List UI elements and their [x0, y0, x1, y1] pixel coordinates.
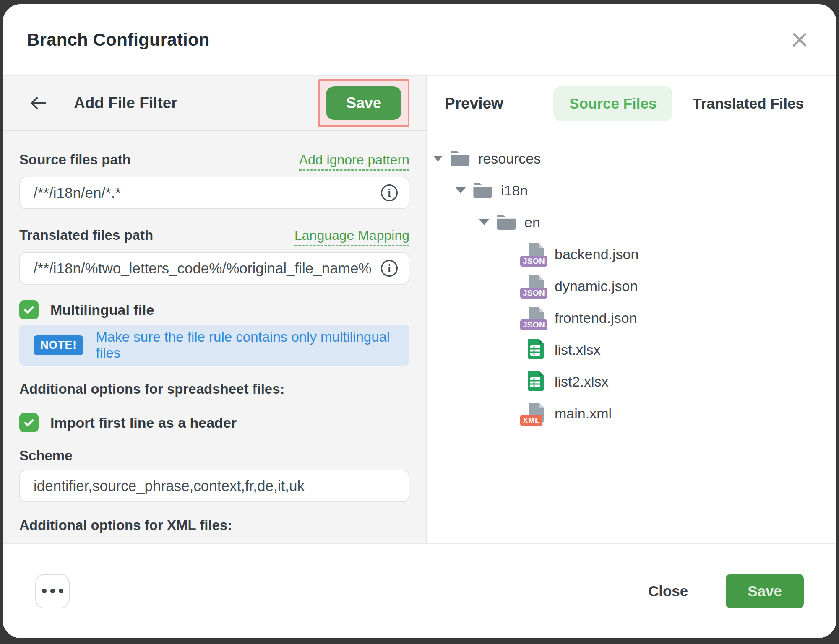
note-banner: NOTE! Make sure the file rule contains o…	[19, 325, 409, 366]
translated-path-label: Translated files path	[19, 227, 153, 243]
preview-header: Preview Source Files Translated Files	[427, 76, 836, 131]
translated-path-field: i	[19, 252, 409, 285]
info-icon[interactable]: i	[381, 260, 398, 277]
tree-file-list-xlsx[interactable]: list.xlsx	[427, 334, 836, 366]
save-button[interactable]: Save	[726, 574, 804, 608]
dialog-body: Add File Filter Save Source files path A…	[3, 76, 836, 543]
tab-translated-files[interactable]: Translated Files	[677, 86, 820, 121]
source-path-input[interactable]	[34, 184, 373, 201]
close-icon[interactable]	[787, 27, 812, 52]
json-file-icon: JSON	[524, 306, 545, 330]
tree-folder-en[interactable]: en	[427, 206, 836, 238]
scheme-label: Scheme	[19, 448, 409, 464]
source-path-label: Source files path	[19, 152, 131, 168]
tree-file-backend-json[interactable]: JSON backend.json	[427, 238, 836, 270]
preview-tabs: Source Files Translated Files	[553, 86, 820, 121]
translated-path-input[interactable]	[34, 260, 373, 277]
dialog-title: Branch Configuration	[27, 30, 210, 50]
scheme-input[interactable]	[34, 478, 398, 494]
close-button[interactable]: Close	[648, 583, 688, 600]
note-text: Make sure the file rule contains only mu…	[96, 329, 396, 361]
more-options-button[interactable]	[35, 574, 70, 608]
json-badge: JSON	[520, 319, 547, 330]
save-button-highlight: Save	[318, 79, 409, 127]
json-badge: JSON	[520, 288, 547, 299]
dialog-footer: Close Save	[3, 543, 836, 638]
tree-item-label: main.xml	[555, 405, 612, 422]
file-tree: resources i18n en	[427, 131, 836, 429]
tree-item-label: backend.json	[555, 246, 638, 262]
filter-subheader: Add File Filter Save	[3, 76, 426, 131]
json-file-icon: JSON	[524, 242, 545, 266]
json-file-icon: JSON	[524, 274, 545, 298]
folder-icon	[496, 213, 517, 231]
ellipsis-icon	[59, 589, 63, 593]
tree-item-label: en	[524, 214, 540, 231]
caret-down-icon[interactable]	[456, 187, 466, 193]
caret-down-icon[interactable]	[479, 219, 489, 225]
filter-form: Source files path Add ignore pattern i T…	[3, 131, 426, 543]
file-filter-panel: Add File Filter Save Source files path A…	[3, 76, 427, 543]
tree-file-main-xml[interactable]: XML main.xml	[427, 397, 836, 429]
note-badge: NOTE!	[34, 335, 83, 355]
import-first-line-checkbox[interactable]	[19, 413, 39, 432]
xlsx-file-icon	[524, 370, 545, 393]
tree-item-label: i18n	[501, 182, 528, 199]
scheme-field	[19, 470, 409, 502]
xml-options-heading: Additional options for XML files:	[19, 517, 409, 533]
json-badge: JSON	[520, 256, 547, 267]
source-path-field: i	[19, 177, 409, 209]
tree-item-label: list2.xlsx	[555, 374, 608, 390]
import-first-line-label: Import first line as a header	[50, 415, 237, 431]
tree-folder-resources[interactable]: resources	[427, 143, 836, 174]
spreadsheet-options-heading: Additional options for spreadsheet files…	[19, 381, 409, 397]
filter-heading: Add File Filter	[74, 94, 177, 112]
folder-icon	[472, 182, 493, 199]
add-ignore-pattern-link[interactable]: Add ignore pattern	[299, 152, 409, 171]
preview-panel: Preview Source Files Translated Files re…	[427, 76, 836, 543]
ellipsis-icon	[50, 589, 55, 593]
info-icon[interactable]: i	[381, 184, 398, 201]
tree-item-label: frontend.json	[555, 310, 637, 326]
caret-down-icon[interactable]	[433, 156, 443, 161]
xlsx-file-icon	[524, 338, 545, 361]
branch-configuration-dialog: Branch Configuration Add File Filter Sav…	[3, 4, 836, 638]
tree-folder-i18n[interactable]: i18n	[427, 174, 836, 206]
xml-file-icon: XML	[524, 402, 545, 425]
ellipsis-icon	[42, 589, 47, 593]
xml-badge: XML	[520, 415, 542, 426]
tree-item-label: list.xlsx	[555, 342, 601, 358]
tree-file-list2-xlsx[interactable]: list2.xlsx	[427, 366, 836, 397]
preview-title: Preview	[445, 95, 503, 112]
dialog-titlebar: Branch Configuration	[3, 4, 836, 76]
back-arrow-icon[interactable]	[29, 95, 50, 111]
multilingual-checkbox-label: Multilingual file	[50, 302, 154, 318]
tree-file-dynamic-json[interactable]: JSON dynamic.json	[427, 270, 836, 302]
tree-file-frontend-json[interactable]: JSON frontend.json	[427, 302, 836, 334]
tree-item-label: resources	[478, 151, 541, 167]
tree-item-label: dynamic.json	[555, 278, 638, 294]
language-mapping-link[interactable]: Language Mapping	[294, 228, 409, 246]
folder-icon	[450, 150, 471, 167]
tab-source-files[interactable]: Source Files	[553, 86, 672, 121]
multilingual-checkbox[interactable]	[19, 300, 39, 319]
save-filter-button[interactable]: Save	[326, 86, 401, 120]
